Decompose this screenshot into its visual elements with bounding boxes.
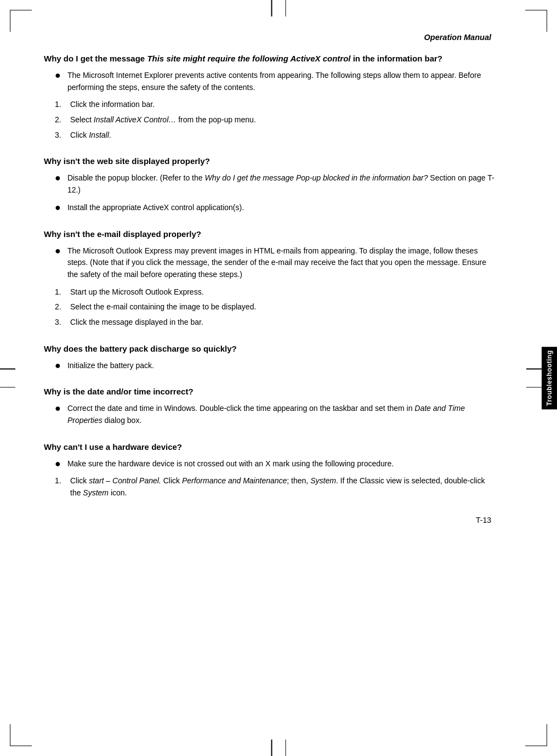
list-item: ● Correct the date and time in Windows. …: [44, 403, 497, 426]
section-hardware: Why can't I use a hardware device? ● Mak…: [44, 442, 497, 499]
bullet-text: Disable the popup blocker. (Refer to the…: [67, 172, 497, 196]
heading-text-1: Why do I get the message: [44, 54, 147, 63]
corner-mark-bl: [10, 724, 32, 746]
page-number-text: T-13: [476, 516, 491, 524]
side-tab-label: Troubleshooting: [545, 350, 553, 406]
list-num: 2.: [44, 301, 70, 313]
list-text: Click start – Control Panel. Click Perfo…: [70, 475, 497, 499]
bullet-list-email: ● The Microsoft Outlook Express may prev…: [44, 245, 497, 281]
heading-text: Why isn't the web site displayed properl…: [44, 156, 210, 166]
bullet-list-datetime: ● Correct the date and time in Windows. …: [44, 403, 497, 426]
bullet-icon: ●: [55, 360, 61, 372]
bullet-icon: ●: [55, 202, 61, 214]
heading-text: Why is the date and/or time incorrect?: [44, 387, 194, 396]
list-item: ● The Microsoft Internet Explorer preven…: [44, 70, 497, 93]
section-heading-activex: Why do I get the message This site might…: [44, 54, 497, 63]
list-item: 2. Select Install ActiveX Control… from …: [44, 114, 497, 126]
bullet-text: The Microsoft Internet Explorer prevents…: [67, 70, 497, 93]
section-website-display: Why isn't the web site displayed properl…: [44, 156, 497, 213]
list-num: 3.: [44, 317, 70, 329]
section-heading-email: Why isn't the e-mail displayed properly?: [44, 229, 497, 239]
list-text: Start up the Microsoft Outlook Express.: [70, 286, 497, 298]
list-item: 3. Click the message displayed in the ba…: [44, 317, 497, 329]
list-text: Select the e-mail containing the image t…: [70, 301, 497, 313]
section-heading-hardware: Why can't I use a hardware device?: [44, 442, 497, 452]
bullet-list-hardware: ● Make sure the hardware device is not c…: [44, 458, 497, 470]
list-item: 1. Start up the Microsoft Outlook Expres…: [44, 286, 497, 298]
list-num: 1.: [44, 475, 70, 487]
section-heading-datetime: Why is the date and/or time incorrect?: [44, 387, 497, 396]
section-heading-website: Why isn't the web site displayed properl…: [44, 156, 497, 166]
corner-mark-br: [525, 724, 547, 746]
bullet-list-battery: ● Initialize the battery pack.: [44, 360, 497, 372]
list-item: 2. Select the e-mail containing the imag…: [44, 301, 497, 313]
bullet-text: Initialize the battery pack.: [67, 360, 497, 372]
main-content: Operation Manual Why do I get the messag…: [0, 0, 557, 568]
list-item: ● Install the appropriate ActiveX contro…: [44, 202, 497, 214]
list-item: 1. Click start – Control Panel. Click Pe…: [44, 475, 497, 499]
bullet-text: The Microsoft Outlook Express may preven…: [67, 245, 497, 281]
bullet-text: Make sure the hardware device is not cro…: [67, 458, 497, 470]
list-text: Select Install ActiveX Control… from the…: [70, 114, 497, 126]
list-text: Click the information bar.: [70, 99, 497, 111]
numbered-list-hardware: 1. Click start – Control Panel. Click Pe…: [44, 475, 497, 499]
tick-top: [271, 0, 286, 16]
bullet-icon: ●: [55, 172, 61, 184]
page: Troubleshooting Operation Manual Why do …: [0, 0, 557, 756]
heading-text-2: in the information bar?: [351, 54, 443, 63]
list-item: ● Disable the popup blocker. (Refer to t…: [44, 172, 497, 196]
list-item: 1. Click the information bar.: [44, 99, 497, 111]
bullet-icon: ●: [55, 70, 61, 82]
section-activex-message: Why do I get the message This site might…: [44, 54, 497, 141]
heading-text: Why does the battery pack discharge so q…: [44, 344, 237, 353]
section-email-display: Why isn't the e-mail displayed properly?…: [44, 229, 497, 329]
bullet-icon: ●: [55, 458, 61, 470]
section-datetime: Why is the date and/or time incorrect? ●…: [44, 387, 497, 426]
list-num: 3.: [44, 129, 70, 142]
page-title: Operation Manual: [424, 33, 491, 42]
section-battery: Why does the battery pack discharge so q…: [44, 344, 497, 372]
page-header: Operation Manual: [44, 33, 497, 42]
heading-text: Why isn't the e-mail displayed properly?: [44, 229, 201, 239]
heading-text: Why can't I use a hardware device?: [44, 442, 182, 452]
bullet-text: Correct the date and time in Windows. Do…: [67, 403, 497, 426]
list-item: ● The Microsoft Outlook Express may prev…: [44, 245, 497, 281]
tick-bottom: [271, 740, 286, 756]
list-item: ● Make sure the hardware device is not c…: [44, 458, 497, 470]
side-mark-left: [0, 360, 15, 397]
numbered-list-activex: 1. Click the information bar. 2. Select …: [44, 99, 497, 141]
troubleshooting-tab: Troubleshooting: [542, 347, 557, 409]
bullet-icon: ●: [55, 403, 61, 415]
side-mark-right: [526, 360, 542, 397]
bullet-icon: ●: [55, 245, 61, 257]
bullet-list-activex: ● The Microsoft Internet Explorer preven…: [44, 70, 497, 93]
bullet-list-website: ● Disable the popup blocker. (Refer to t…: [44, 172, 497, 213]
list-num: 2.: [44, 114, 70, 126]
page-number: T-13: [44, 516, 497, 524]
section-heading-battery: Why does the battery pack discharge so q…: [44, 344, 497, 353]
list-num: 1.: [44, 286, 70, 298]
numbered-list-email: 1. Start up the Microsoft Outlook Expres…: [44, 286, 497, 329]
heading-italic-1: This site might require the following Ac…: [147, 54, 350, 63]
bullet-text: Install the appropriate ActiveX control …: [67, 202, 497, 214]
list-num: 1.: [44, 99, 70, 111]
corner-mark-tr: [525, 10, 547, 32]
list-text: Click the message displayed in the bar.: [70, 317, 497, 329]
list-item: 3. Click Install.: [44, 129, 497, 142]
list-text: Click Install.: [70, 129, 497, 142]
list-item: ● Initialize the battery pack.: [44, 360, 497, 372]
corner-mark-tl: [10, 10, 32, 32]
